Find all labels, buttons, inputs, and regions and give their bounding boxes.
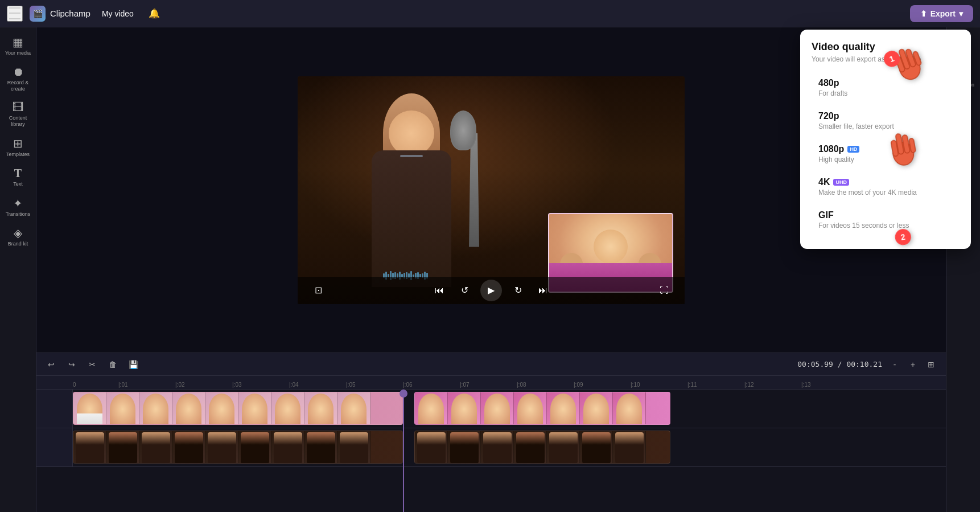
sidebar-item-content-library[interactable]: 🎞 Contentlibrary [2,97,34,131]
track-1-clip-b[interactable] [414,392,670,425]
ruler-mark-0: 0 [73,382,76,388]
quality-option-1080p[interactable]: 1080p HD High quality [812,138,960,169]
ruler-mark-3: |:03 [232,382,242,388]
sidebar-label-your-media: Your media [5,50,31,56]
quality-gif-label: GIF [818,210,953,220]
quality-1080p-label: 1080p HD [818,144,953,154]
controls-right: ⛶ [655,281,673,300]
dark-thumb-12 [481,431,514,463]
total-time: 00:10.21 [846,360,882,368]
thumb-strip-1a [73,392,370,424]
track-1-label [36,390,73,428]
thumb-6 [238,392,271,424]
quality-option-480p[interactable]: 480p For drafts [812,72,960,103]
sidebar-label-templates: Templates [6,151,30,158]
zoom-fit-button[interactable]: ⊞ [923,357,939,372]
thumb-3 [139,392,172,424]
text-icon: T [14,167,22,180]
dark-thumb-8 [304,431,337,463]
sidebar-item-text[interactable]: T Text [2,163,34,191]
dark-thumb-16 [613,431,646,463]
thumb-9 [337,392,370,424]
save-button[interactable]: 💾 [125,357,141,372]
track-2-content [73,428,946,466]
rewind-button[interactable]: ↺ [455,281,473,300]
thumb-12 [481,392,514,424]
timeline-tracks [36,390,946,512]
quality-1080p-desc: High quality [818,155,953,163]
thumb-5 [205,392,238,424]
thumb-16 [613,392,646,424]
thumb-14 [547,392,580,424]
dark-thumb-9 [337,431,370,463]
export-chevron-icon: ▾ [959,9,963,18]
thumb-15 [580,392,613,424]
playhead-line [403,390,404,512]
video-controls: ⊡ ⏮ ↺ ▶ ↻ ⏭ ⛶ [298,277,685,304]
content-library-icon: 🎞 [13,101,24,114]
quality-720p-desc: Smaller file, faster export [818,122,953,130]
main-video-frame[interactable] [298,76,685,304]
time-display: 00:05.99 / 00:10.21 [797,360,882,368]
quality-option-720p[interactable]: 720p Smaller file, faster export [812,105,960,136]
video-track-2 [36,428,946,467]
zoom-in-button[interactable]: + [905,357,921,372]
export-button[interactable]: ⬆ Export ▾ [910,5,973,22]
track-1-clip-a[interactable] [73,392,403,425]
dark-thumb-13 [514,431,547,463]
notification-icon[interactable]: 🔔 [145,5,163,23]
crop-button[interactable]: ⊡ [309,281,327,300]
singer-figure [343,93,491,287]
dark-thumb-6 [238,431,271,463]
dark-thumb-10 [415,431,448,463]
ruler-mark-10: |:10 [631,382,640,388]
hd-badge: HD [847,146,859,153]
dark-thumb-3 [139,431,172,463]
export-label: Export [930,9,956,18]
play-button[interactable]: ▶ [480,280,502,301]
skip-forward-button[interactable]: ⏭ [534,281,552,300]
track-2-clip-b[interactable] [414,431,670,464]
quality-option-4k[interactable]: 4K UHD Make the most of your 4K media [812,171,960,202]
zoom-controls: - + ⊞ [887,357,939,372]
delete-button[interactable]: 🗑 [105,357,121,372]
topbar-left: 🎬 Clipchamp My video 🔔 [7,5,910,23]
zoom-out-button[interactable]: - [887,357,903,372]
fullscreen-button[interactable]: ⛶ [655,281,673,300]
video-title-input[interactable]: My video [97,7,138,21]
topbar: 🎬 Clipchamp My video 🔔 ⬆ Export ▾ [0,0,980,27]
export-upload-icon: ⬆ [920,9,927,18]
timeline-ruler: 0 |:01 |:02 |:03 |:04 |:05 |:06 |:07 |:0… [36,376,946,390]
video-quality-dropdown: Video quality Your video will export as … [800,30,971,249]
track-2-clip-a[interactable] [73,431,403,464]
ruler-mark-9: |:09 [574,382,583,388]
redo-button[interactable]: ↪ [64,357,80,372]
undo-button[interactable]: ↩ [43,357,59,372]
dark-thumb-4 [172,431,205,463]
skip-back-button[interactable]: ⏮ [430,281,448,300]
ruler-mark-4: |:04 [289,382,299,388]
track-2-label [36,428,73,466]
ruler-mark-5: |:05 [346,382,356,388]
ruler-marks-container: 0 |:01 |:02 |:03 |:04 |:05 |:06 |:07 |:0… [73,376,946,388]
sidebar-item-transitions[interactable]: ✦ Transitions [2,193,34,221]
ruler-mark-1: |:01 [118,382,128,388]
menu-button[interactable] [7,6,23,22]
brand-kit-icon: ◈ [14,226,22,240]
sidebar: ▦ Your media ⏺ Record &create 🎞 Contentl… [0,27,36,512]
quality-4k-label: 4K UHD [818,177,953,187]
quality-option-gif[interactable]: GIF For videos 15 seconds or less [812,204,960,235]
thumb-strip-2a [73,431,370,463]
sidebar-item-your-media[interactable]: ▦ Your media [2,32,34,60]
dark-thumb-11 [448,431,481,463]
cut-button[interactable]: ✂ [84,357,100,372]
quality-dropdown-title: Video quality [812,41,960,53]
forward-button[interactable]: ↻ [509,281,527,300]
sidebar-item-brand-kit[interactable]: ◈ Brand kit [2,223,34,251]
record-create-icon: ⏺ [13,65,24,79]
sidebar-label-brand-kit: Brand kit [8,241,28,247]
sidebar-item-record-create[interactable]: ⏺ Record &create [2,62,34,96]
sidebar-item-templates[interactable]: ⊞ Templates [2,133,34,161]
ruler-mark-12: |:12 [744,382,754,388]
thumb-10 [415,392,448,424]
